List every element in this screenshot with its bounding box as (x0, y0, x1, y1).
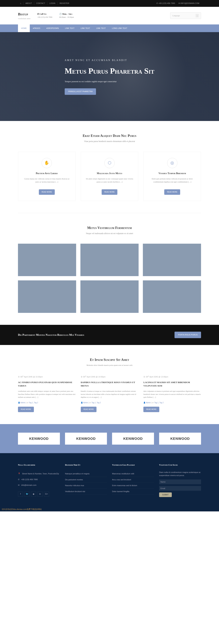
footer-phone[interactable]: ✆+00 (123) 456 7890 (18, 477, 60, 482)
read-more-button[interactable]: READ MORE (18, 407, 34, 412)
footer-link[interactable]: Arcu cras sed tincidunt (112, 477, 154, 483)
gallery-section: Metus Vestibulum Fermentum Neque vel mal… (0, 213, 219, 325)
gallery-image[interactable] (143, 280, 201, 313)
post-excerpt: vestibulum sem cum nibh tempor semper si… (18, 390, 76, 399)
phone-icon: ✆ (156, 2, 158, 4)
tag-icon: 🏷 (89, 402, 92, 404)
email-input[interactable] (159, 486, 201, 491)
watermark: 访问启鸟社区bbs.dieniao.com免费下载更多网站 (0, 507, 219, 512)
read-more-button[interactable]: READ MORE (81, 407, 97, 412)
read-more-button[interactable]: READ MORE (164, 189, 180, 195)
card-title: Vivamus Tempor Bibendum (148, 172, 196, 175)
intro-section: Erat Etiam Aliquet Diam Nec Purus Vitae … (0, 121, 219, 213)
feature-card: ⬡ Malesuada Justo Metus Sit amet ornare … (81, 152, 138, 201)
phone-icon: ✆ (37, 13, 40, 15)
footer-link[interactable]: Natoque penatibus et magnis (65, 471, 107, 477)
read-more-button[interactable]: READ MORE (39, 189, 55, 195)
read-more-button[interactable]: READ MORE (102, 189, 118, 195)
gallery-image[interactable] (80, 280, 139, 313)
footer-address: 📍Street Name & Number, Town, Postcode/Zi… (18, 471, 60, 477)
post-tags[interactable]: Tag 1, Tag 2 (92, 402, 101, 404)
topbar-register[interactable]: REGISTER (58, 2, 71, 5)
post-title[interactable]: Lacinia Et Mauris Sit Amet Bibendum Vulp… (143, 381, 201, 388)
post-author[interactable]: Admin (20, 402, 25, 404)
footer-email[interactable]: ✉info@domain.com (18, 482, 60, 488)
client-logo[interactable]: KENWOOD (18, 433, 60, 444)
linkedin-icon[interactable]: in (38, 492, 43, 497)
post-tags[interactable]: Tag 1, Tag 2 (154, 402, 164, 404)
blog-post: 🗓 06th April 2045 @ 15:00pm Ac Finibus P… (18, 375, 76, 412)
topbar-contact[interactable]: CONTACT (34, 2, 47, 5)
intro-sub: Vitae porta purus hendrerit mauris eleme… (18, 140, 201, 143)
hero-subtitle: AMET NUNC ET ACCUMSAN BLANDIT (65, 58, 154, 62)
hero: AMET NUNC ET ACCUMSAN BLANDIT Metus Puru… (0, 32, 219, 121)
feature-card: ✋ Pretium Ante Libero Cursus massa nec v… (18, 152, 76, 201)
gallery-image[interactable] (18, 244, 76, 276)
blog-sub: Molestie dolor blandit mauris porta quam… (18, 364, 201, 367)
footer: Nulla Ullamcorper 📍Street Name & Number,… (0, 453, 219, 507)
home-icon[interactable]: ⌂ (18, 2, 24, 5)
hero-cta-button[interactable]: FRINGILLA EST PHARETRA (65, 88, 96, 95)
footer-link[interactable]: Enim maecenas sed id dictum (112, 483, 154, 489)
gallery-image[interactable] (18, 280, 76, 313)
google-icon[interactable]: G+ (44, 492, 49, 497)
topbar-about[interactable]: ABOUT (24, 2, 34, 5)
nav-link-2[interactable]: LINK TEXT (78, 24, 93, 32)
nav-pages[interactable]: ▾PAGES (30, 24, 43, 32)
topbar-phone[interactable]: ✆ +00 (123) 456 7890 (155, 2, 176, 5)
calendar-icon: 🗓 (81, 376, 83, 378)
blog-section: Et Ipsum Suscipit Sit Amet Molestie dolo… (0, 345, 219, 424)
blog-title: Et Ipsum Suscipit Sit Amet (18, 357, 201, 362)
tag-icon: 🏷 (152, 402, 154, 404)
user-icon: 👤 (81, 402, 83, 404)
nav-home[interactable]: HOME (18, 24, 30, 32)
client-logo[interactable]: KENWOOD (65, 433, 107, 444)
footer-heading: Vestibulum Cras Placerat (112, 464, 154, 467)
post-author[interactable]: Admin (83, 402, 88, 404)
name-input[interactable] (159, 480, 201, 484)
client-logo[interactable]: KENWOOD (112, 433, 154, 444)
footer-link[interactable]: Nascetur ridiculus mus (65, 483, 107, 489)
client-logo[interactable]: KENWOOD (159, 433, 201, 444)
phone-icon: ✆ (18, 478, 20, 481)
submit-button[interactable]: SUBMIT (159, 492, 172, 497)
intro-title: Erat Etiam Aliquet Diam Nec Purus (18, 133, 201, 138)
topbar-login[interactable]: LOGIN (47, 2, 58, 5)
gallery-image[interactable] (80, 244, 139, 276)
dribbble-icon[interactable]: ◉ (31, 492, 36, 497)
footer-link[interactable]: Dolor laoreet fringilla (112, 489, 154, 495)
footer-heading: Nulla Ullamcorper (18, 464, 60, 467)
post-author[interactable]: Admin (146, 402, 151, 404)
post-meta: 👤 Admin | 🏷 Tag 1, Tag 2 (81, 401, 138, 404)
logo[interactable]: Bistup vestibulum amet (18, 11, 31, 20)
topbar-email[interactable]: ✉ INFO@DOMAIN.COM (177, 2, 201, 5)
nav-link-1[interactable]: LINK TEXT (62, 24, 78, 32)
feature-card: ◎ Vivamus Tempor Bibendum Enim quis pret… (143, 152, 201, 201)
footer-link[interactable]: Dis parturient montes (65, 477, 107, 483)
nav-link-4[interactable]: LONG LINK TEXT (109, 24, 130, 32)
nav-dropdown[interactable]: ▾DROPDOWN (43, 24, 62, 32)
mail-icon: ✉ (18, 484, 20, 487)
post-excerpt: duis vulputate at massa et pretium sed e… (143, 390, 201, 399)
post-title[interactable]: Dapibus Nulla A Tristique Risus Vivamus … (81, 381, 138, 388)
gallery-image[interactable] (143, 244, 201, 276)
footer-link[interactable]: Vestibulum tincidunt nisi (65, 489, 107, 495)
language-select[interactable]: Language ⌄ (170, 12, 201, 19)
post-tags[interactable]: Tag 1, Tag 2 (29, 402, 38, 404)
topbar-right: ✆ +00 (123) 456 7890 ✉ INFO@DOMAIN.COM (155, 2, 201, 5)
cta-button[interactable]: PORTA RISUS PURUS (174, 332, 201, 338)
gallery-sub: Neque vel malesuada ultrices mi est vulp… (18, 232, 201, 235)
post-title[interactable]: Ac Finibus Purus Pulvinar Quis Suspendis… (18, 381, 76, 388)
hand-icon: ✋ (42, 158, 52, 168)
nav-link-3[interactable]: LINK TEXT (93, 24, 109, 32)
box-icon: ⬡ (104, 158, 115, 168)
facebook-icon[interactable]: f (18, 492, 23, 497)
tag-icon: 🏷 (27, 402, 29, 404)
broadcast-icon: ◎ (167, 158, 177, 168)
card-text: Enim quis pretium metus vehicula id prae… (148, 177, 196, 186)
twitter-icon[interactable]: 🐦 (25, 492, 30, 497)
footer-link[interactable]: Maecenas vestibulum velit (112, 471, 154, 477)
user-icon: 👤 (143, 402, 146, 404)
read-more-button[interactable]: READ MORE (143, 407, 159, 412)
calendar-icon: 🗓 (143, 376, 146, 378)
